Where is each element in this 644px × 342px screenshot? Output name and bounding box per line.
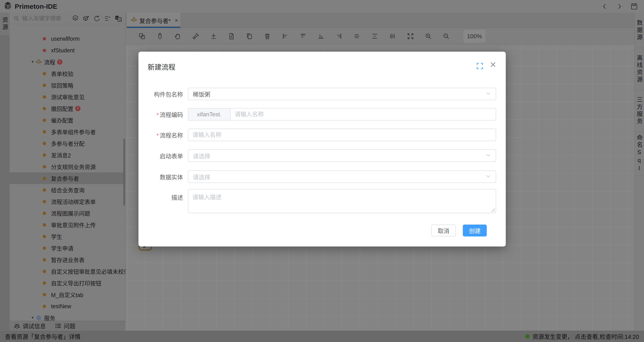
field-start-form: 启动表单 请选择 [138, 150, 506, 162]
field-data-entity: 数据实体 请选择 [138, 170, 506, 183]
field-label: 启动表单 [160, 153, 183, 160]
flow-name-wrap [188, 128, 496, 141]
required-mark: * [156, 112, 159, 118]
flow-code-input[interactable] [235, 109, 496, 120]
field-package-name: 构件包名称 稀饭粥 [138, 88, 506, 100]
flow-code-group: xifanTest. [188, 108, 496, 120]
fullscreen-icon[interactable] [476, 62, 484, 71]
select-placeholder: 请选择 [193, 152, 486, 160]
resize-grip[interactable] [491, 208, 495, 212]
package-select[interactable]: 稀饭粥 [188, 88, 496, 100]
select-placeholder: 请选择 [193, 173, 486, 181]
chevron-down-icon [486, 173, 491, 180]
description-wrap [188, 189, 496, 213]
field-label: 流程编码 [160, 112, 183, 118]
field-label: 流程名称 [160, 132, 183, 139]
start-form-select[interactable]: 请选择 [188, 150, 496, 162]
app-window: Primeton-IDE 资源 AIEn文 userwllformxfStude… [0, 0, 644, 342]
field-flow-name: *流程名称 [138, 128, 506, 141]
dialog-title: 新建流程 [148, 62, 175, 72]
close-icon[interactable]: ✕ [490, 60, 496, 70]
field-flow-code: *流程编码 xifanTest. [138, 108, 506, 120]
description-textarea[interactable] [188, 190, 496, 213]
field-label: 数据实体 [160, 174, 183, 181]
cancel-button[interactable]: 取消 [431, 224, 456, 236]
required-mark: * [156, 132, 159, 139]
chevron-down-icon [486, 90, 491, 97]
flow-name-input[interactable] [192, 129, 496, 140]
create-button[interactable]: 创建 [463, 224, 487, 236]
field-description: 描述 [138, 189, 506, 213]
field-label: 构件包名称 [154, 91, 183, 98]
data-entity-select[interactable]: 请选择 [188, 170, 496, 183]
field-label: 描述 [171, 194, 183, 201]
select-value: 稀饭粥 [193, 90, 486, 98]
chevron-down-icon [486, 152, 491, 159]
new-flow-dialog: 新建流程 ✕ 构件包名称 稀饭粥 *流程编码 xifanTest. *流程名称 [138, 52, 506, 246]
code-prefix-addon: xifanTest. [188, 108, 230, 120]
